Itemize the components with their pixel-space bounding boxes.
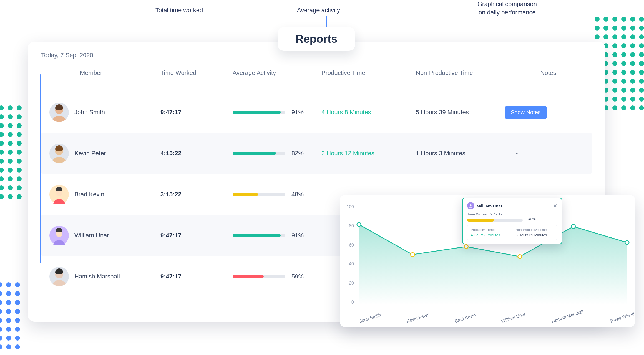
col-notes: Notes: [505, 69, 592, 77]
time-worked-value: 3:15:22: [160, 191, 233, 198]
nonproductive-time-value: 1 Hours 3 Minutes: [416, 150, 505, 157]
col-nonproductive: Non-Productive Time: [416, 69, 505, 77]
time-worked-value: 9:47:17: [160, 273, 233, 280]
activity-pct: 91%: [291, 232, 304, 239]
activity-bar: [233, 234, 285, 237]
time-worked-value: 4:15:22: [160, 150, 233, 157]
chart-point[interactable]: [464, 245, 468, 248]
activity-pct: 48%: [291, 191, 304, 198]
chart-y-axis: 100806040200: [345, 204, 354, 305]
annotation-avg-activity: Average activity: [297, 7, 340, 14]
member-name: William Unar: [66, 232, 160, 239]
chart-x-label: Hamish Marshall: [551, 309, 584, 324]
tooltip-activity-bar: [467, 219, 523, 222]
productive-time-value: 4 Hours 8 Minutes: [321, 109, 416, 116]
annotation-graph-compare: Graphical comparison on daily performanc…: [477, 0, 537, 16]
col-member: Member: [49, 69, 160, 77]
activity-bar: [233, 152, 285, 155]
tooltip-activity-pct: 48%: [528, 217, 535, 221]
activity-pct: 59%: [291, 273, 304, 280]
decorative-dots-blue-bottom-left: [0, 282, 20, 349]
chart-point[interactable]: [411, 253, 414, 257]
chart-point[interactable]: [572, 225, 575, 229]
tooltip-productive-label: Productive Time: [471, 228, 509, 232]
svg-point-13: [470, 204, 471, 206]
tooltip-nonproductive-value: 5 Hours 39 Minutes: [516, 233, 554, 237]
chart-point[interactable]: [518, 255, 522, 258]
col-time-worked: Time Worked: [160, 69, 233, 77]
activity-bar: [233, 193, 285, 196]
tooltip-time-worked: Time Worked: 9:47:17: [467, 212, 557, 216]
member-name: Hamish Marshall: [66, 273, 160, 280]
table-row: Kevin Peter 4:15:22 82% 3 Hours 12 Minut…: [41, 133, 592, 174]
tooltip-avatar: [467, 202, 474, 209]
member-name: Brad Kevin: [66, 191, 160, 198]
time-worked-value: 9:47:17: [160, 232, 233, 239]
chart-point[interactable]: [625, 241, 629, 245]
decorative-dots-teal-left: [0, 105, 22, 199]
activity-bar: [233, 275, 285, 278]
chart-x-label: Travis Friend: [609, 311, 635, 324]
table-header: Member Time Worked Average Activity Prod…: [49, 65, 592, 83]
activity-pct: 82%: [291, 150, 304, 157]
vertical-accent-rule: [40, 74, 41, 263]
tooltip-split: Productive Time 4 Hours 8 Minutes Non-Pr…: [467, 225, 557, 240]
col-productive: Productive Time: [321, 69, 416, 77]
chart-tooltip: William Unar ✕ Time Worked: 9:47:17 48% …: [462, 198, 562, 244]
report-date: Today, 7 Sep, 2020: [41, 52, 592, 59]
chart-x-label: John Smith: [359, 312, 382, 324]
productive-time-value: 3 Hours 12 Minutes: [321, 150, 416, 157]
show-notes-button[interactable]: Show Notes: [505, 106, 547, 119]
tooltip-nonproductive-label: Non-Productive Time: [516, 228, 554, 232]
performance-chart-card: 100806040200 John SmithKevin PeterBrad K…: [340, 195, 635, 327]
col-avg-activity: Average Activity: [233, 69, 321, 77]
activity-pct: 91%: [291, 109, 304, 116]
page-title-pill: Reports: [278, 27, 355, 51]
chart-x-label: Brad Kevin: [454, 313, 476, 324]
chart-point[interactable]: [357, 222, 361, 226]
tooltip-name: William Unar: [477, 204, 502, 208]
table-row: John Smith 9:47:17 91% 4 Hours 8 Minutes…: [41, 92, 592, 133]
chart-x-axis: John SmithKevin PeterBrad KevinWilliam U…: [359, 319, 635, 324]
activity-bar: [233, 111, 285, 114]
member-name: Kevin Peter: [66, 150, 160, 157]
member-name: John Smith: [66, 109, 160, 116]
tooltip-productive-value: 4 Hours 8 Minutes: [471, 233, 509, 237]
tooltip-close-icon[interactable]: ✕: [553, 203, 557, 209]
chart-x-label: Kevin Peter: [406, 312, 429, 324]
annotation-time-worked: Total time worked: [155, 7, 203, 14]
chart-x-label: William Unar: [501, 311, 526, 324]
nonproductive-time-value: 5 Hours 39 Minutes: [416, 109, 505, 116]
time-worked-value: 9:47:17: [160, 109, 233, 116]
notes-empty: -: [505, 150, 592, 157]
